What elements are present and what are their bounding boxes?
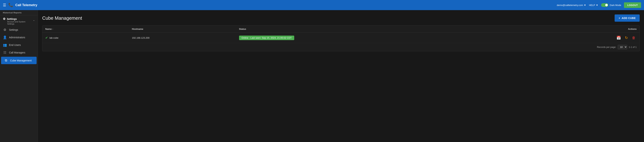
settings-group-info: ⚙ Settings Account and System Settings <box>3 17 33 25</box>
name-cell: ✔ lab-cube <box>45 36 126 40</box>
gear-icon: ⚙ <box>3 28 7 32</box>
cell-actions: 📅 ↻ 🗑 <box>516 33 640 43</box>
cell-hostname: 192.168.123.200 <box>129 33 236 43</box>
layout: Historical Reports ⚙ Settings Account an… <box>0 10 644 142</box>
col-actions: Actions <box>516 26 640 33</box>
user-email[interactable]: demo@calltelemetry.com ▼ <box>557 4 586 7</box>
table-header: Name ↑ Hostname Status Actions <box>42 26 640 33</box>
call-managers-icon: ☷ <box>3 51 7 55</box>
cube-icon: ⧉ <box>4 59 8 62</box>
topnav: ☰ 📞 Call Telemetry demo@calltelemetry.co… <box>0 0 644 10</box>
toggle-switch[interactable] <box>601 3 608 7</box>
sidebar-item-administrators-label: Administrators <box>9 36 25 39</box>
add-cube-button[interactable]: + ADD CUBE <box>614 15 640 22</box>
admin-icon: 👤 <box>3 35 7 39</box>
sidebar-item-administrators[interactable]: 👤 Administrators <box>0 34 38 41</box>
sidebar-item-settings-label: Settings <box>9 28 18 31</box>
historical-reports-label: Historical Reports <box>0 10 38 15</box>
calendar-button[interactable]: 📅 <box>615 35 622 41</box>
sidebar-item-cube-management[interactable]: ⧉ Cube Management <box>1 57 36 64</box>
sidebar-item-end-users[interactable]: 👥 End Users <box>0 41 38 49</box>
per-page-select[interactable]: 10 25 50 <box>618 45 627 49</box>
table-row: ✔ lab-cube 192.168.123.200 Online - Last… <box>42 33 640 43</box>
col-hostname: Hostname <box>129 26 236 33</box>
dark-mode-toggle[interactable]: Dark Mode <box>601 3 621 7</box>
settings-sub-label: Account and System Settings <box>3 21 33 25</box>
page-title: Cube Management <box>42 15 82 21</box>
col-status: Status <box>236 26 516 33</box>
logo-icon: 📞 <box>8 3 13 8</box>
settings-collapse-icon: ⌃ <box>33 20 35 22</box>
page-header: Cube Management + ADD CUBE <box>42 15 640 22</box>
delete-button[interactable]: 🗑 <box>631 35 636 41</box>
topnav-left: ☰ 📞 Call Telemetry <box>3 3 557 8</box>
plus-icon: + <box>618 17 620 20</box>
records-per-page-label: Records per page: <box>597 46 616 48</box>
users-icon: 👥 <box>3 43 7 47</box>
page-info: 1-1 of 1 <box>629 46 636 48</box>
topnav-right: demo@calltelemetry.com ▼ HELP ▼ Dark Mod… <box>557 2 641 8</box>
col-name[interactable]: Name ↑ <box>42 26 129 33</box>
settings-group[interactable]: ⚙ Settings Account and System Settings ⌃ <box>0 16 38 26</box>
refresh-button[interactable]: ↻ <box>624 35 629 41</box>
online-check-icon: ✔ <box>45 36 48 40</box>
sidebar-item-end-users-label: End Users <box>9 44 21 46</box>
cube-name: lab-cube <box>50 37 58 39</box>
logout-button[interactable]: LOGOUT <box>624 2 641 8</box>
cube-table: Name ↑ Hostname Status Actions ✔ lab <box>42 26 640 43</box>
table-body: ✔ lab-cube 192.168.123.200 Online - Last… <box>42 33 640 43</box>
cell-name: ✔ lab-cube <box>42 33 129 43</box>
sort-icon: ↑ <box>52 28 53 30</box>
app-title: Call Telemetry <box>15 3 37 7</box>
add-cube-label: ADD CUBE <box>622 17 636 20</box>
pagination-row: Records per page: 10 25 50 1-1 of 1 <box>42 43 640 51</box>
sidebar-item-cube-management-label: Cube Management <box>10 59 32 62</box>
sidebar-item-settings[interactable]: ⚙ Settings <box>0 26 38 34</box>
settings-group-icon: ⚙ <box>3 17 6 21</box>
status-badge: Online - Last seen: Sep 15, 2024, 21:05:… <box>239 36 294 40</box>
dark-mode-label: Dark Mode <box>610 4 621 7</box>
hamburger-icon[interactable]: ☰ <box>3 3 6 7</box>
user-dropdown-icon: ▼ <box>584 4 586 7</box>
sidebar-item-call-managers[interactable]: ☷ Call Managers <box>0 49 38 56</box>
cell-status: Online - Last seen: Sep 15, 2024, 21:05:… <box>236 33 516 43</box>
cube-table-container: Name ↑ Hostname Status Actions ✔ lab <box>42 25 640 51</box>
help-button[interactable]: HELP ▼ <box>589 4 598 7</box>
settings-group-label: Settings <box>7 18 17 21</box>
help-dropdown-icon: ▼ <box>596 4 598 7</box>
sidebar-item-call-managers-label: Call Managers <box>9 51 25 54</box>
actions-cell: 📅 ↻ 🗑 <box>518 35 636 41</box>
sidebar: Historical Reports ⚙ Settings Account an… <box>0 10 38 142</box>
main-content: Cube Management + ADD CUBE Name ↑ Hostna… <box>38 10 644 142</box>
